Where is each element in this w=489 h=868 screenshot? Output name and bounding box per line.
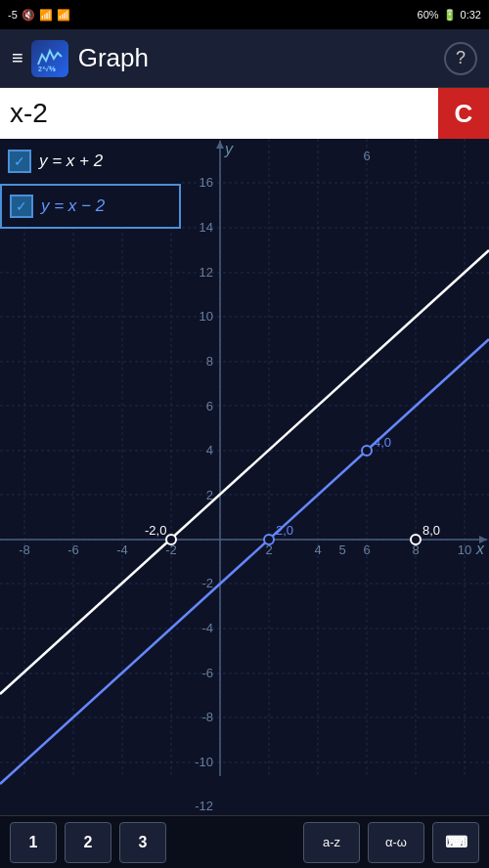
svg-text:4: 4 (206, 443, 213, 457)
svg-text:-12: -12 (195, 799, 213, 813)
toolbar-btn-3[interactable]: 3 (119, 822, 166, 863)
svg-text:8,0: 8,0 (422, 523, 440, 538)
signal-bars-icon: 📶 (39, 9, 53, 22)
svg-text:6: 6 (363, 542, 370, 557)
clear-button[interactable]: C (438, 88, 489, 139)
svg-text:y: y (224, 141, 234, 157)
svg-point-65 (264, 535, 274, 544)
graph-container: x y -8 -6 -4 -2 2 4 5 6 8 10 16 14 12 10… (0, 139, 489, 829)
svg-text:10: 10 (200, 309, 213, 324)
svg-text:5: 5 (338, 542, 345, 557)
checkmark-icon-2: ✓ (16, 198, 27, 214)
eq-checkbox-2[interactable]: ✓ (10, 195, 33, 218)
svg-text:-8: -8 (19, 542, 30, 557)
toolbar-btn-keyboard[interactable]: ⌨ (432, 822, 479, 863)
svg-text:4: 4 (314, 542, 321, 557)
svg-text:-2,0: -2,0 (145, 523, 166, 538)
toolbar-btn-aomega[interactable]: α-ω (368, 822, 424, 863)
menu-icon[interactable]: ≡ (12, 47, 23, 69)
equation-label-1: y = x + 2 (39, 152, 103, 171)
equations-panel: ✓ y = x + 2 ✓ y = x − 2 (0, 139, 181, 229)
svg-text:10: 10 (458, 542, 471, 557)
signal-bars2-icon: 📶 (57, 9, 70, 22)
svg-text:14: 14 (200, 220, 213, 235)
svg-text:6: 6 (206, 399, 213, 413)
help-button[interactable]: ? (444, 42, 477, 75)
status-bar: -5 🔇 📶 📶 60% 🔋 0:32 (0, 0, 489, 29)
battery-icon: 🔋 (443, 9, 457, 22)
input-bar: C (0, 88, 489, 139)
checkmark-icon: ✓ (14, 153, 25, 169)
equation-input[interactable] (10, 98, 438, 129)
svg-point-61 (362, 446, 372, 456)
toolbar-btn-2[interactable]: 2 (65, 822, 111, 863)
eq-checkbox-1[interactable]: ✓ (8, 150, 31, 173)
header: ≡ 2ˣ√⅔ Graph ? (0, 29, 489, 88)
svg-text:-6: -6 (201, 666, 213, 680)
bottom-toolbar: 1 2 3 a-z α-ω ⌨ (0, 815, 489, 868)
mute-icon: 🔇 (22, 9, 35, 22)
svg-text:-8: -8 (201, 710, 213, 724)
svg-text:-10: -10 (195, 755, 213, 769)
status-right: 60% 🔋 0:32 (418, 9, 481, 22)
time-text: 0:32 (461, 9, 481, 21)
svg-text:2,0: 2,0 (276, 523, 293, 538)
svg-text:-2: -2 (201, 576, 213, 590)
svg-text:6: 6 (363, 149, 370, 163)
svg-text:8: 8 (206, 354, 213, 369)
signal-text: -5 (8, 9, 18, 21)
status-left: -5 🔇 📶 📶 (8, 9, 70, 22)
svg-text:16: 16 (200, 175, 213, 190)
graph-svg: x y -8 -6 -4 -2 2 4 5 6 8 10 16 14 12 10… (0, 139, 489, 829)
app-logo: 2ˣ√⅔ (31, 40, 68, 77)
svg-text:-6: -6 (67, 542, 79, 557)
svg-text:-4: -4 (201, 621, 213, 635)
svg-text:2ˣ√⅔: 2ˣ√⅔ (38, 65, 56, 72)
battery-text: 60% (418, 9, 439, 21)
equation-item-1[interactable]: ✓ y = x + 2 (0, 139, 181, 184)
svg-text:12: 12 (200, 265, 213, 280)
toolbar-btn-1[interactable]: 1 (10, 822, 57, 863)
svg-point-63 (166, 535, 176, 544)
svg-point-59 (411, 535, 421, 544)
toolbar-btn-az[interactable]: a-z (303, 822, 360, 863)
svg-text:-4: -4 (116, 542, 128, 557)
app-title: Graph (78, 43, 444, 73)
equation-label-2: y = x − 2 (41, 196, 105, 216)
svg-text:x: x (475, 541, 485, 557)
svg-text:4,0: 4,0 (374, 435, 391, 450)
equation-item-2[interactable]: ✓ y = x − 2 (0, 184, 181, 229)
